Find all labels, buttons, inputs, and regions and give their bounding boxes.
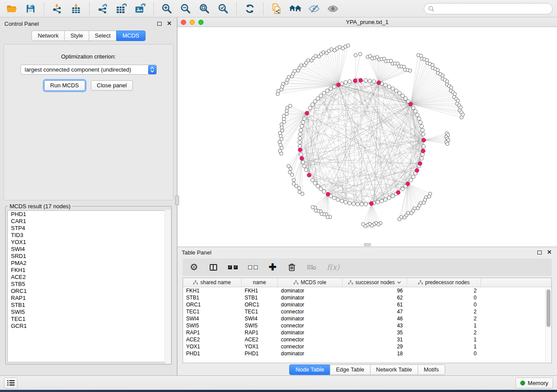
table-row[interactable]: STB1STB1dominator620	[183, 294, 551, 301]
table-cell[interactable]: 43	[343, 322, 407, 329]
table-cell[interactable]: STB1	[242, 294, 278, 301]
table-cell[interactable]: 96	[343, 287, 407, 294]
table-row[interactable]: YOX1YOX1connector291	[183, 343, 551, 350]
close-panel-icon[interactable]: ✕	[167, 21, 172, 26]
table-cell[interactable]: 47	[343, 308, 407, 315]
export-network-icon[interactable]	[95, 2, 110, 15]
mcds-result-item[interactable]: TEC1	[8, 316, 169, 323]
table-cell[interactable]: SWI4	[183, 315, 242, 322]
table-cell[interactable]: 2	[407, 308, 481, 315]
table-cell[interactable]: ACE2	[183, 336, 242, 343]
table-cell[interactable]: RAP1	[183, 329, 242, 336]
table-cell[interactable]: FKH1	[183, 287, 242, 294]
table-cell[interactable]: ACE2	[242, 336, 278, 343]
select-all-icon[interactable]	[228, 262, 238, 272]
table-cell[interactable]: SWI4	[242, 315, 278, 322]
tab-motifs[interactable]: Motifs	[418, 364, 445, 375]
table-cell[interactable]: dominator	[278, 315, 343, 322]
eye-icon[interactable]	[325, 2, 340, 15]
float-table-panel-icon[interactable]	[537, 251, 542, 254]
table-cell[interactable]: 0	[407, 350, 481, 357]
column-header-MCDS-role[interactable]: MCDS role	[278, 278, 343, 287]
table-cell[interactable]: 35	[343, 329, 407, 336]
open-file-icon[interactable]	[4, 2, 19, 15]
mcds-result-item[interactable]: TID3	[8, 232, 169, 239]
mcds-result-item[interactable]: ACE2	[8, 274, 169, 281]
table-cell[interactable]: 0	[407, 294, 481, 301]
table-cell[interactable]: SWI5	[183, 322, 242, 329]
table-cell[interactable]: connector	[278, 336, 343, 343]
table-cell[interactable]: connector	[278, 343, 343, 350]
column-header-name[interactable]: name	[242, 278, 278, 287]
tab-style[interactable]: Style	[64, 31, 89, 41]
column-header-successor-nodes[interactable]: successor nodes	[343, 278, 407, 287]
table-cell[interactable]: 1	[407, 336, 481, 343]
gear-icon[interactable]: ⚙	[190, 262, 198, 272]
eye-slash-icon[interactable]	[307, 2, 322, 15]
table-row[interactable]: TEC1TEC1connector472	[183, 308, 551, 315]
mcds-result-item[interactable]: FKH1	[8, 267, 169, 274]
table-row[interactable]: FKH1FKH1dominator962	[183, 287, 551, 294]
table-cell[interactable]: ORC1	[183, 301, 242, 308]
table-row[interactable]: SWI5SWI5connector431	[183, 322, 551, 329]
float-panel-icon[interactable]	[157, 22, 162, 26]
mcds-result-item[interactable]: ORC1	[8, 288, 169, 295]
tab-edge-table[interactable]: Edge Table	[330, 364, 370, 375]
refresh-icon[interactable]	[242, 2, 257, 15]
table-cell[interactable]: PHD1	[183, 350, 242, 357]
zoom-selected-icon[interactable]	[216, 2, 231, 15]
table-cell[interactable]: 2	[407, 315, 481, 322]
deselect-all-icon[interactable]	[248, 262, 258, 272]
mcds-result-item[interactable]: GCR1	[8, 323, 169, 330]
table-cell[interactable]: 1	[407, 343, 481, 350]
import-table-icon[interactable]	[69, 2, 83, 15]
table-scrollbar-thumb[interactable]	[547, 289, 550, 327]
horizontal-splitter-handle[interactable]	[364, 243, 371, 246]
mcds-result-item[interactable]: SRD1	[8, 253, 169, 260]
close-table-panel-icon[interactable]: ✕	[547, 250, 552, 254]
mcds-result-item[interactable]: RAP1	[8, 295, 169, 302]
mcds-result-item[interactable]: STB5	[8, 281, 169, 288]
export-table-icon[interactable]	[114, 2, 129, 15]
criterion-select[interactable]: largest connected component (undirected)	[21, 65, 157, 75]
trash-icon[interactable]	[287, 262, 296, 272]
mcds-result-item[interactable]: CAR1	[8, 218, 169, 225]
delete-table-icon[interactable]	[307, 262, 316, 272]
import-network-icon[interactable]	[50, 2, 65, 15]
column-header-shared-name[interactable]: shared name	[183, 278, 242, 287]
table-cell[interactable]: 18	[343, 350, 407, 357]
table-cell[interactable]: dominator	[278, 329, 343, 336]
zoom-in-icon[interactable]	[159, 2, 174, 15]
table-cell[interactable]: 31	[343, 336, 407, 343]
table-row[interactable]: ACE2ACE2connector311	[183, 336, 551, 343]
tab-node-table[interactable]: Node Table	[289, 364, 330, 375]
mcds-result-item[interactable]: YOX1	[8, 239, 169, 246]
table-cell[interactable]: dominator	[278, 301, 343, 308]
export-image-icon[interactable]	[133, 2, 148, 15]
table-cell[interactable]: TEC1	[183, 308, 242, 315]
split-view-icon[interactable]	[209, 262, 218, 272]
table-cell[interactable]: dominator	[278, 287, 343, 294]
memory-button[interactable]: Memory	[515, 378, 553, 389]
table-row[interactable]: PHD1PHD1dominator180	[183, 350, 551, 357]
zoom-fit-icon[interactable]	[197, 2, 212, 15]
tab-mcds[interactable]: MCDS	[116, 31, 145, 41]
column-header-predecessor-nodes[interactable]: predecessor nodes	[407, 278, 481, 287]
table-cell[interactable]: 2	[407, 329, 481, 336]
add-column-icon[interactable]: ✚	[268, 262, 277, 272]
table-cell[interactable]: connector	[278, 308, 343, 315]
mcds-result-item[interactable]: PHD1	[8, 211, 169, 218]
table-cell[interactable]: PHD1	[242, 350, 278, 357]
table-cell[interactable]: YOX1	[183, 343, 242, 350]
houses-icon[interactable]	[288, 2, 303, 15]
search-input[interactable]	[437, 5, 548, 12]
mcds-result-item[interactable]: STP4	[8, 225, 169, 232]
table-cell[interactable]: 1	[407, 322, 481, 329]
table-row[interactable]: SWI4SWI4dominator462	[183, 315, 551, 322]
table-cell[interactable]: 62	[343, 294, 407, 301]
table-row[interactable]: RAP1RAP1dominator352	[183, 329, 551, 336]
mcds-result-item[interactable]: PMA2	[8, 260, 169, 267]
table-cell[interactable]: dominator	[278, 294, 343, 301]
tab-network[interactable]: Network	[31, 31, 65, 41]
task-history-button[interactable]	[4, 378, 17, 389]
